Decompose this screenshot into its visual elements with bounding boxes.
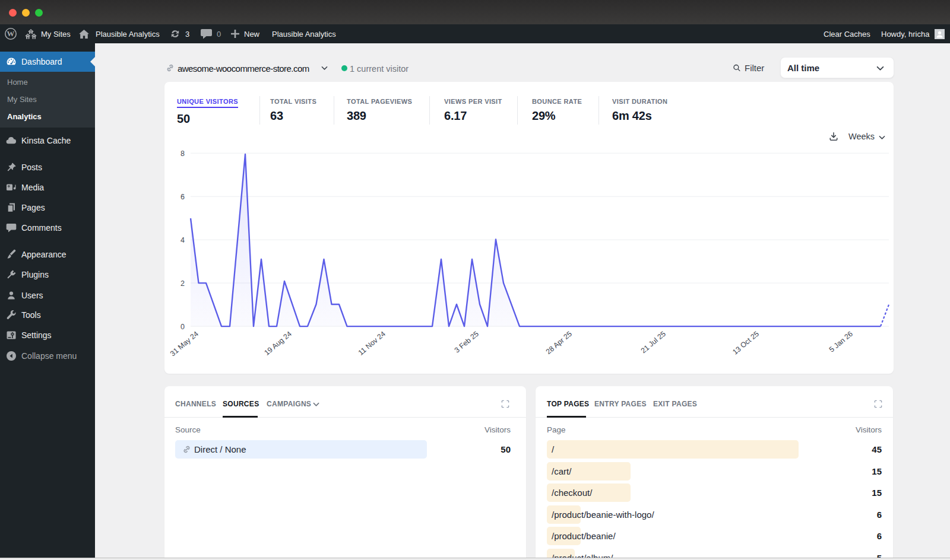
svg-text:19 Aug 24: 19 Aug 24 [262, 329, 293, 357]
svg-text:6: 6 [180, 193, 185, 201]
svg-text:5 Jan 26: 5 Jan 26 [828, 329, 854, 354]
svg-text:2: 2 [180, 279, 185, 288]
svg-text:W: W [7, 30, 15, 38]
svg-text:0: 0 [180, 323, 185, 331]
svg-text:11 Nov 24: 11 Nov 24 [357, 329, 387, 357]
svg-text:4: 4 [180, 236, 185, 244]
svg-text:21 Jul 25: 21 Jul 25 [639, 329, 667, 355]
svg-text:31 May 24: 31 May 24 [169, 329, 200, 358]
svg-text:13 Oct 25: 13 Oct 25 [731, 329, 761, 356]
svg-text:8: 8 [180, 149, 185, 158]
svg-text:28 Apr 25: 28 Apr 25 [544, 329, 574, 356]
svg-text:3 Feb 25: 3 Feb 25 [453, 329, 480, 354]
